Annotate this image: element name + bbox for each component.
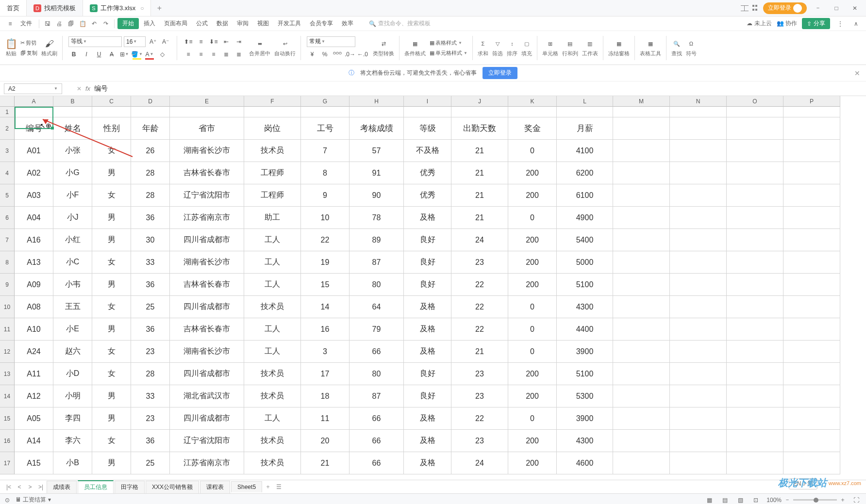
data-cell[interactable]: A14 (15, 430, 53, 452)
row-header-14[interactable]: 14 (0, 385, 15, 407)
data-cell[interactable]: A02 (15, 162, 53, 184)
data-cell[interactable]: 10 (301, 207, 350, 229)
border-button[interactable]: ⊞▼ (119, 49, 130, 60)
data-cell[interactable] (783, 207, 840, 229)
close-button[interactable]: ✕ (848, 1, 862, 16)
col-header-F[interactable]: F (244, 96, 301, 107)
menu-review[interactable]: 审阅 (233, 17, 252, 30)
data-cell[interactable]: 66 (350, 407, 404, 430)
menu-dev[interactable]: 开发工具 (274, 17, 305, 30)
data-cell[interactable] (783, 430, 840, 452)
data-cell[interactable]: 36 (131, 207, 170, 229)
data-cell[interactable]: 21 (451, 184, 508, 207)
data-cell[interactable]: 0 (508, 296, 557, 318)
share-button[interactable]: ⇧ 分享 (802, 18, 830, 29)
indent-inc-icon[interactable]: ⇥ (233, 36, 244, 47)
sheet-list-button[interactable]: ☰ (274, 482, 283, 492)
data-cell[interactable]: 助工 (244, 207, 301, 229)
data-cell[interactable]: 26 (131, 140, 170, 162)
data-cell[interactable]: A13 (15, 251, 53, 274)
font-color-button[interactable]: A▼ (144, 49, 155, 60)
rowcol-button[interactable]: ▤行和列 (560, 31, 580, 65)
calc-indicator[interactable]: 🖩 工资结算 ▾ (16, 496, 51, 504)
data-cell[interactable]: 男 (92, 318, 131, 341)
fill-button[interactable]: ▢填充 (519, 31, 534, 65)
menu-eff[interactable]: 效率 (338, 17, 357, 30)
data-cell[interactable]: 15 (301, 274, 350, 296)
data-cell[interactable]: 66 (350, 430, 404, 452)
data-cell[interactable]: 良好 (404, 251, 451, 274)
data-cell[interactable]: 36 (131, 274, 170, 296)
view-page-icon[interactable]: ▤ (720, 496, 730, 504)
data-cell[interactable]: 及格 (404, 430, 451, 452)
data-cell[interactable]: 6200 (557, 162, 613, 184)
data-cell[interactable] (783, 385, 840, 407)
data-cell[interactable]: 24 (451, 452, 508, 474)
spreadsheet-grid[interactable]: ABCDEFGHIJKLMNOP12编号姓名性别年龄省市岗位工号考核成绩等级出勤… (0, 96, 866, 480)
undo-icon[interactable]: ↶ (89, 18, 100, 29)
col-header-E[interactable]: E (170, 96, 244, 107)
data-cell[interactable] (670, 341, 727, 363)
data-cell[interactable]: 女 (92, 430, 131, 452)
data-cell[interactable]: 良好 (404, 385, 451, 407)
header-cell[interactable]: 姓名 (53, 117, 92, 140)
col-header-A[interactable]: A (15, 96, 53, 107)
header-cell[interactable]: 性别 (92, 117, 131, 140)
data-cell[interactable]: 16 (301, 318, 350, 341)
data-cell[interactable]: 9 (301, 184, 350, 207)
cell[interactable] (451, 107, 508, 117)
menu-data[interactable]: 数据 (213, 17, 232, 30)
header-cell[interactable]: 等级 (404, 117, 451, 140)
data-cell[interactable]: A24 (15, 341, 53, 363)
data-cell[interactable]: 21 (301, 452, 350, 474)
data-cell[interactable]: 36 (131, 318, 170, 341)
data-cell[interactable] (727, 274, 783, 296)
data-cell[interactable]: 技术员 (244, 452, 301, 474)
data-cell[interactable]: 小F (53, 184, 92, 207)
row-header-3[interactable]: 3 (0, 140, 15, 162)
menu-start[interactable]: 开始 (117, 18, 139, 29)
formula-input[interactable]: 编号 (94, 84, 108, 93)
data-cell[interactable]: 14 (301, 296, 350, 318)
merge-center[interactable]: ⬌合并居中 (247, 31, 272, 65)
sort-button[interactable]: ↕排序 (505, 31, 519, 65)
data-cell[interactable]: 四川省成都市 (170, 229, 244, 251)
data-cell[interactable]: 技术员 (244, 430, 301, 452)
data-cell[interactable]: 18 (301, 385, 350, 407)
data-cell[interactable]: 0 (508, 207, 557, 229)
data-cell[interactable] (613, 229, 670, 251)
paste-group[interactable]: 📋粘贴 (4, 31, 18, 65)
col-header-M[interactable]: M (613, 96, 670, 107)
data-cell[interactable]: 200 (508, 385, 557, 407)
type-convert[interactable]: ⇄类型转换 (371, 31, 396, 65)
save-icon[interactable]: 🖫 (42, 18, 53, 29)
cell[interactable] (350, 107, 404, 117)
apps-icon[interactable] (752, 5, 759, 12)
data-cell[interactable] (613, 430, 670, 452)
cell-button[interactable]: ⊞单元格 (540, 31, 560, 65)
align-middle-icon[interactable]: ≡ (196, 36, 206, 47)
data-cell[interactable] (613, 296, 670, 318)
data-cell[interactable]: 11 (301, 407, 350, 430)
wrap-text[interactable]: ↩自动换行 (272, 31, 298, 65)
col-header-K[interactable]: K (508, 96, 557, 107)
header-cell[interactable]: 工号 (301, 117, 350, 140)
data-cell[interactable]: 小E (53, 318, 92, 341)
cell[interactable] (301, 107, 350, 117)
sum-button[interactable]: Σ求和 (476, 31, 490, 65)
new-tab-button[interactable]: + (151, 4, 167, 13)
menu-vip[interactable]: 会员专享 (306, 17, 337, 30)
align-right-icon[interactable]: ≡ (208, 49, 219, 60)
data-cell[interactable]: 66 (350, 452, 404, 474)
row-header-15[interactable]: 15 (0, 407, 15, 430)
data-cell[interactable]: A16 (15, 229, 53, 251)
row-header-4[interactable]: 4 (0, 162, 15, 184)
tab-close-icon[interactable]: ○ (140, 5, 144, 12)
increase-font-icon[interactable]: A⁺ (148, 36, 158, 47)
data-cell[interactable]: 91 (350, 162, 404, 184)
data-cell[interactable] (670, 207, 727, 229)
data-cell[interactable] (783, 341, 840, 363)
data-cell[interactable]: 男 (92, 229, 131, 251)
data-cell[interactable] (783, 407, 840, 430)
row-header-2[interactable]: 2 (0, 117, 15, 140)
